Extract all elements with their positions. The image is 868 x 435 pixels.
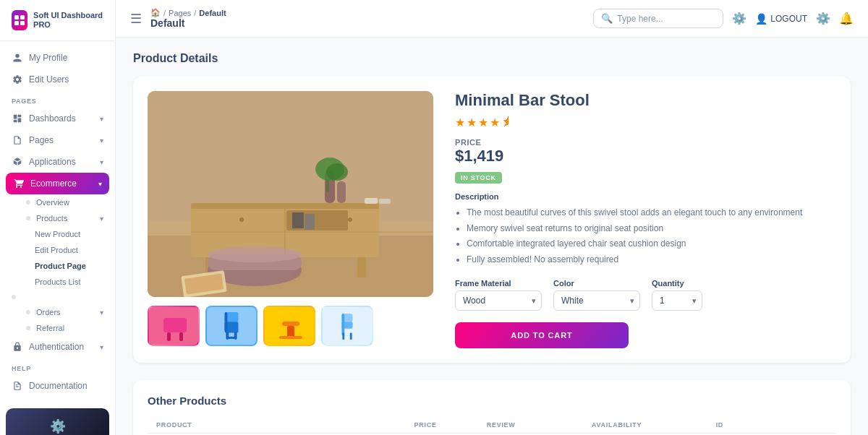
sidebar-sub-products[interactable]: Products ▾ [0, 210, 115, 226]
pages-arrow-icon: ▾ [100, 137, 103, 145]
star-4: ★ [490, 116, 500, 129]
sidebar-item-authentication[interactable]: Authentication ▾ [0, 336, 115, 358]
sub-dot-referral [26, 326, 30, 330]
sidebar-sub-product-page[interactable]: Product Page [0, 258, 115, 274]
svg-rect-51 [350, 332, 352, 339]
dashboards-icon [12, 113, 23, 124]
product-name: Minimal Bar Stool [455, 91, 836, 110]
svg-rect-38 [225, 312, 228, 331]
stock-status-badge: IN STOCK [455, 172, 502, 184]
topbar: ☰ 🏠 / Pages / Default Default 🔍 ⚙️ 👤 [116, 0, 868, 38]
col-price: PRICE [406, 417, 478, 434]
sidebar-item-applications[interactable]: Applications ▾ [0, 151, 115, 173]
other-products-title: Other Products [148, 395, 836, 407]
svg-rect-19 [365, 198, 378, 204]
orders-arrow-icon: ▾ [100, 309, 103, 316]
breadcrumb: 🏠 / Pages / Default [150, 8, 226, 17]
breadcrumb-pages[interactable]: Pages [169, 9, 191, 17]
frame-material-option: Frame Material Wood Metal Plastic [455, 279, 542, 311]
star-5: ⯨ [501, 116, 513, 129]
doc-icon [12, 380, 23, 392]
sidebar-item-edit-users[interactable]: Edit Users [0, 69, 115, 90]
svg-rect-3 [20, 21, 25, 25]
search-input[interactable] [617, 14, 715, 24]
thumbnail-2[interactable] [263, 306, 315, 346]
sidebar-item-dashboards[interactable]: Dashboards ▾ [0, 108, 115, 129]
sub-dot-orders [26, 310, 30, 314]
frame-material-label: Frame Material [455, 279, 542, 288]
quantity-label: Quantity [652, 279, 702, 288]
sub-dot-products [26, 216, 30, 220]
description-label: Description [455, 192, 836, 201]
svg-rect-20 [379, 199, 391, 204]
dashboards-label: Dashboards [29, 113, 76, 124]
quantity-select[interactable]: 1 2 3 4 5 [652, 290, 702, 311]
brand-name: Soft UI Dashboard PRO [33, 11, 103, 30]
sidebar-item-orders-dot [0, 290, 115, 304]
sidebar-sub-referral[interactable]: Referral [0, 320, 115, 336]
sidebar-navigation: My Profile Edit Users PAGES Dashboards ▾ [0, 41, 115, 402]
applications-arrow-icon: ▾ [100, 158, 103, 166]
quantity-option: Quantity 1 2 3 4 5 [652, 279, 702, 311]
sidebar-item-my-profile[interactable]: My Profile [0, 47, 115, 69]
svg-rect-44 [287, 326, 294, 337]
search-box[interactable]: 🔍 [593, 9, 723, 28]
color-select[interactable]: White Black Brown Gray [553, 290, 640, 311]
color-select-wrapper: White Black Brown Gray [553, 290, 640, 311]
sidebar-label-edit-users: Edit Users [29, 74, 69, 85]
add-to-cart-button[interactable]: ADD TO CART [455, 322, 629, 348]
color-label: Color [553, 279, 640, 288]
bottom-card-icon: ⚙️ [50, 418, 66, 434]
breadcrumb-area: 🏠 / Pages / Default Default [150, 8, 226, 29]
sidebar-sub-new-product[interactable]: New Product [0, 226, 115, 242]
orders-dot [12, 295, 16, 299]
search-icon: 🔍 [601, 13, 613, 24]
thumbnail-0[interactable] [148, 306, 200, 346]
sidebar-bottom-card: ⚙️ [6, 408, 109, 435]
thumbnail-row [148, 306, 433, 346]
star-3: ★ [478, 116, 488, 129]
settings-icon[interactable]: ⚙️ [732, 12, 746, 26]
svg-point-15 [239, 218, 244, 222]
pages-label: Pages [29, 135, 54, 145]
sidebar-sub-overview[interactable]: Overview [0, 194, 115, 210]
breadcrumb-current: Default [199, 9, 226, 17]
sidebar-sub-orders[interactable]: Orders ▾ [0, 304, 115, 320]
svg-point-16 [348, 218, 352, 222]
svg-rect-0 [14, 15, 19, 20]
color-option: Color White Black Brown Gray [553, 279, 640, 311]
desc-item-0: The most beautiful curves of this swivel… [467, 205, 836, 221]
brand: Soft UI Dashboard PRO [0, 0, 115, 41]
main-area: ☰ 🏠 / Pages / Default Default 🔍 ⚙️ 👤 [116, 0, 868, 435]
svg-point-25 [326, 163, 348, 181]
col-availability: AVAILABILITY [583, 417, 707, 434]
sidebar-label-my-profile: My Profile [29, 53, 67, 63]
gear-settings-icon[interactable]: ⚙️ [816, 12, 830, 26]
hamburger-menu-icon[interactable]: ☰ [130, 11, 142, 27]
pages-icon [12, 134, 23, 146]
logout-label: LOGOUT [770, 14, 807, 24]
sidebar-item-pages[interactable]: Pages ▾ [0, 129, 115, 151]
frame-material-select[interactable]: Wood Metal Plastic [455, 290, 542, 311]
svg-rect-22 [337, 181, 346, 203]
notification-bell-icon[interactable]: 🔔 [839, 12, 854, 26]
product-rating-stars: ★ ★ ★ ★ ⯨ [455, 116, 836, 129]
sidebar-sub-products-list[interactable]: Products List [0, 274, 115, 290]
other-products-card: Other Products PRODUCT PRICE REVIEW AVAI… [133, 380, 851, 435]
gear-icon [12, 74, 23, 85]
auth-icon [12, 341, 23, 353]
applications-label: Applications [29, 157, 76, 167]
sidebar-item-ecommerce[interactable]: Ecommerce ▾ [6, 173, 109, 194]
star-2: ★ [467, 116, 477, 129]
sidebar-sub-edit-product[interactable]: Edit Product [0, 242, 115, 258]
description-list: The most beautiful curves of this swivel… [455, 205, 836, 267]
thumbnail-3[interactable] [321, 306, 373, 346]
sidebar-item-documentation[interactable]: Documentation [0, 375, 115, 397]
logout-button[interactable]: 👤 LOGOUT [755, 13, 807, 25]
desc-item-1: Memory swivel seat returns to original s… [467, 221, 836, 237]
thumbnail-1[interactable] [205, 306, 258, 346]
other-products-table: PRODUCT PRICE REVIEW AVAILABILITY ID [148, 417, 836, 435]
svg-rect-49 [341, 314, 344, 335]
svg-rect-17 [292, 212, 304, 228]
desc-item-3: Fully assembled! No assembly required [467, 252, 836, 268]
